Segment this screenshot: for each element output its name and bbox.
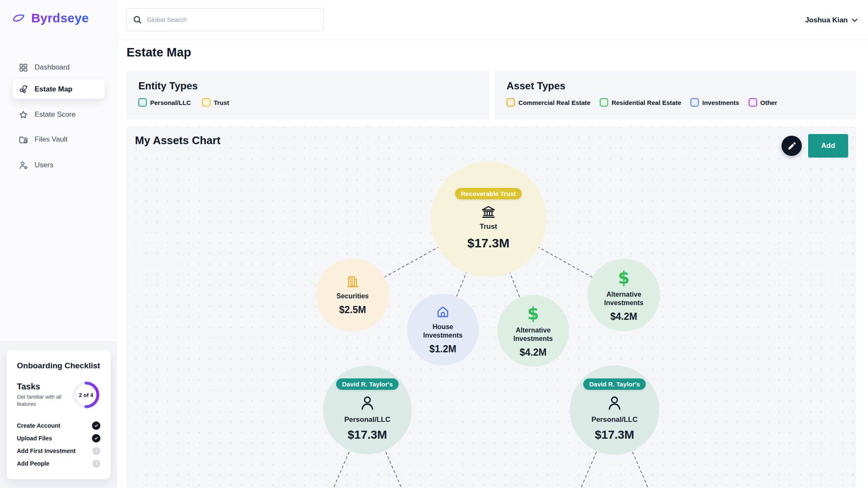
person-icon — [359, 395, 376, 412]
checkbox-commercial-real-estate[interactable] — [507, 98, 515, 107]
sidebar-item-label: Estate Score — [35, 110, 75, 119]
office-building-icon — [346, 275, 360, 289]
tasks-heading: Tasks — [17, 382, 64, 391]
page-title: Estate Map — [127, 46, 191, 59]
node-label: House Investments — [416, 323, 470, 340]
sidebar-item-estate-score[interactable]: Estate Score — [13, 105, 105, 125]
sidebar-item-dashboard[interactable]: Dashboard — [13, 57, 105, 78]
sidebar-item-label: Dashboard — [35, 63, 70, 72]
node-value: $4.2M — [520, 347, 547, 358]
node-label: Alternative Investments — [597, 290, 651, 307]
checkbox-personal-llc[interactable] — [138, 98, 147, 107]
filter-commercial-real-estate[interactable]: Commercial Real Estate — [507, 98, 590, 107]
checklist-item-upload-files[interactable]: Upload Files — [17, 432, 100, 445]
user-gear-icon — [19, 161, 28, 170]
house-icon — [435, 304, 450, 319]
dollar-icon: $ — [617, 268, 630, 287]
entity-types-panel: Entity Types Personal/LLC Trust — [127, 71, 489, 119]
asset-types-panel: Asset Types Commercial Real Estate Resid… — [495, 71, 856, 119]
pending-exclamation-icon: ! — [92, 460, 100, 468]
asset-types-title: Asset Types — [507, 80, 844, 92]
checkbox-investments[interactable] — [690, 98, 699, 107]
sidebar-item-files-vault[interactable]: Files Vault — [13, 129, 105, 150]
node-house-investments[interactable]: House Investments $1.2M — [407, 294, 479, 365]
checkbox-residential-real-estate[interactable] — [600, 98, 608, 107]
pending-exclamation-icon: ! — [92, 447, 100, 455]
node-value: $4.2M — [610, 311, 637, 322]
star-icon — [19, 110, 28, 120]
node-badge: David R. Taylor's — [336, 378, 399, 390]
onboarding-checklist-card: Onboarding Checklist Tasks Get familiar … — [7, 350, 111, 479]
node-personal-llc-right[interactable]: David R. Taylor's Personal/LLC $17.3M — [570, 365, 659, 455]
search-icon — [133, 15, 142, 24]
node-cluster-icon — [19, 84, 28, 94]
node-value: $17.3M — [348, 428, 387, 442]
sidebar-item-label: Users — [35, 161, 53, 169]
sidebar-item-label: Estate Map — [35, 85, 73, 94]
dashboard-grid-icon — [19, 63, 28, 72]
tasks-progress-ring: 2 of 4 — [72, 381, 100, 409]
node-badge: David R. Taylor's — [583, 378, 646, 390]
svg-text:$: $ — [618, 268, 630, 287]
svg-text:$: $ — [527, 304, 539, 323]
node-value: $17.3M — [595, 428, 634, 442]
checklist-item-add-first-investment[interactable]: Add First Investment ! — [17, 445, 100, 457]
node-label: Alternative Investments — [506, 326, 560, 343]
filter-investments[interactable]: Investments — [690, 98, 739, 107]
node-value: $17.3M — [467, 236, 509, 250]
brand-logo[interactable]: Byrdseye — [13, 11, 89, 25]
checkbox-other[interactable] — [749, 98, 757, 107]
sidebar: Byrdseye Dashboard Estate Map Estate Sco… — [0, 0, 117, 488]
node-alternative-investments-mid[interactable]: $ Alternative Investments $4.2M — [497, 295, 569, 367]
chevron-down-icon — [852, 18, 858, 22]
sidebar-bottom-section: Onboarding Checklist Tasks Get familiar … — [0, 341, 117, 488]
bank-icon — [481, 204, 496, 220]
sidebar-item-estate-map[interactable]: Estate Map — [13, 79, 105, 99]
assets-chart-panel: My Assets Chart Add Recoverable Trust Tr… — [127, 126, 856, 488]
onboarding-title: Onboarding Checklist — [17, 361, 100, 370]
folder-lock-icon — [19, 135, 28, 145]
node-trust[interactable]: Recoverable Trust Trust $17.3M — [431, 161, 546, 277]
node-label: Securities — [326, 292, 380, 300]
topbar: Joshua Kian — [117, 0, 868, 40]
check-circle-icon — [92, 434, 100, 442]
filter-residential-real-estate[interactable]: Residential Real Estate — [600, 98, 681, 107]
user-name: Joshua Kian — [805, 16, 848, 24]
person-icon — [606, 395, 623, 412]
filter-other[interactable]: Other — [749, 98, 777, 107]
progress-label: 2 of 4 — [72, 381, 100, 409]
node-personal-llc-left[interactable]: David R. Taylor's Personal/LLC $17.3M — [323, 366, 412, 454]
node-securities[interactable]: Securities $2.5M — [316, 258, 389, 332]
search-input[interactable] — [147, 16, 318, 23]
node-label: Personal/LLC — [591, 415, 638, 424]
node-value: $1.2M — [429, 343, 456, 355]
node-label: Personal/LLC — [344, 415, 391, 424]
dollar-icon: $ — [527, 303, 539, 323]
node-label: Trust — [480, 222, 497, 231]
entity-types-title: Entity Types — [138, 80, 477, 92]
checklist-item-create-account[interactable]: Create Account — [17, 419, 100, 432]
global-search-box[interactable] — [127, 8, 324, 31]
node-badge: Recoverable Trust — [455, 188, 522, 199]
checklist-item-add-people[interactable]: Add People ! — [17, 457, 100, 470]
leaf-logo-icon — [13, 13, 25, 24]
node-value: $2.5M — [339, 304, 366, 316]
brand-name: Byrdseye — [31, 11, 89, 25]
sidebar-item-users[interactable]: Users — [13, 155, 105, 175]
filter-personal-llc[interactable]: Personal/LLC — [138, 98, 191, 107]
user-menu[interactable]: Joshua Kian — [805, 0, 858, 40]
checkbox-trust[interactable] — [202, 98, 210, 107]
filter-trust[interactable]: Trust — [202, 98, 229, 107]
node-alternative-investments-right[interactable]: $ Alternative Investments $4.2M — [588, 259, 660, 331]
sidebar-item-label: Files Vault — [35, 135, 67, 144]
tasks-subtitle: Get familiar with all features — [17, 394, 64, 408]
check-circle-icon — [92, 421, 100, 430]
